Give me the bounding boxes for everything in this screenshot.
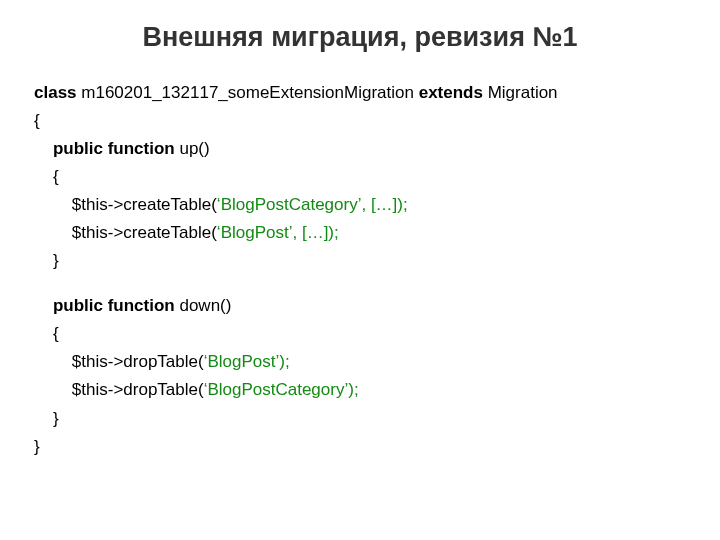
this-var: $this (72, 380, 108, 399)
code-line: { (34, 163, 686, 191)
code-line: $this->dropTable(‘BlogPostCategory’); (34, 376, 686, 404)
code-line: } (34, 247, 686, 275)
this-var: $this (72, 223, 108, 242)
slide-title: Внешняя миграция, ревизия №1 (34, 22, 686, 53)
function-name-down: down() (175, 296, 232, 315)
code-line: $this->dropTable(‘BlogPost’); (34, 348, 686, 376)
keyword-class: class (34, 83, 77, 102)
code-line: } (34, 433, 686, 461)
string-literal: ‘BlogPost (217, 223, 289, 242)
parent-class: Migration (483, 83, 558, 102)
string-literal: ‘BlogPostCategory (204, 380, 345, 399)
code-line: $this->createTable(‘BlogPost’, […]); (34, 219, 686, 247)
code-line: { (34, 107, 686, 135)
slide: Внешняя миграция, ревизия №1 class m1602… (0, 0, 720, 540)
keyword-extends: extends (419, 83, 483, 102)
blank-line (34, 275, 686, 292)
code-line: public function down() (34, 292, 686, 320)
string-literal: ‘BlogPostCategory (217, 195, 358, 214)
code-line: $this->createTable(‘BlogPostCategory’, [… (34, 191, 686, 219)
method-call: ->createTable( (108, 195, 217, 214)
this-var: $this (72, 352, 108, 371)
code-block: class m160201_132117_someExtensionMigrat… (34, 79, 686, 461)
class-name: m160201_132117_someExtensionMigration (77, 83, 419, 102)
method-call: ->createTable( (108, 223, 217, 242)
code-line: class m160201_132117_someExtensionMigrat… (34, 79, 686, 107)
code-line: public function up() (34, 135, 686, 163)
string-literal: ‘BlogPost (204, 352, 276, 371)
function-name-up: up() (175, 139, 210, 158)
keyword-public-function: public function (53, 139, 175, 158)
code-line: { (34, 320, 686, 348)
code-line: } (34, 405, 686, 433)
method-call: ->dropTable( (108, 380, 204, 399)
this-var: $this (72, 195, 108, 214)
keyword-public-function: public function (53, 296, 175, 315)
method-call: ->dropTable( (108, 352, 204, 371)
